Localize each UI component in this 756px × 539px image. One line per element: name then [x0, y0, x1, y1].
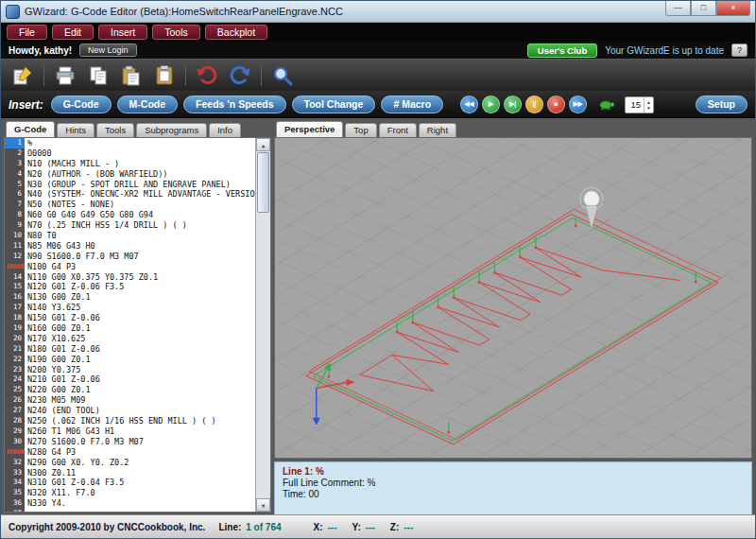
insert-button[interactable]: M-Code: [117, 96, 179, 113]
gcode-line[interactable]: 8 N60 G0 G40 G49 G50 G80 G94: [5, 210, 256, 220]
line-text: N210 G01 Z-0.06: [25, 374, 256, 385]
scroll-down-arrow[interactable]: ▼: [256, 498, 270, 512]
fast-forward-button[interactable]: ▶▶: [569, 96, 587, 113]
line-number: 8: [5, 210, 25, 220]
gcode-line[interactable]: 6 N40 (SYSTEM- ONECNC-XR2 MILL ADVANTAGE…: [5, 189, 256, 200]
line-text: N70 (.25 INCH HSS 1/4 DRILL ) ( ): [25, 220, 256, 231]
gcode-line[interactable]: 26 N230 M05 M09: [5, 395, 256, 406]
search-icon[interactable]: [270, 63, 295, 88]
speed-spinner[interactable]: 15 ▲ ▼: [625, 96, 654, 113]
gcode-line[interactable]: 4 N20 (AUTHOR - (BOB WARFIELD)): [5, 169, 256, 180]
backplot-tab[interactable]: Perspective: [276, 121, 343, 137]
gcode-line[interactable]: 15 N120 G01 Z-0.06 F3.5: [5, 282, 256, 292]
gcode-editor[interactable]: 1 % 2 O0000 3 N10 (MACH3 MILL - ) 4 N20 …: [4, 137, 271, 513]
menu-item[interactable]: Edit: [52, 25, 94, 40]
menu-item[interactable]: Tools: [152, 25, 200, 40]
backplot-tab[interactable]: Right: [419, 123, 456, 137]
editor-tab[interactable]: Tools: [96, 123, 134, 137]
speed-down-arrow[interactable]: ▼: [644, 105, 653, 111]
gcode-line[interactable]: 21 N180 G01 Z-0.06: [5, 344, 256, 355]
help-button[interactable]: ?: [731, 43, 747, 57]
editor-tab[interactable]: Hints: [57, 123, 94, 137]
gcode-line[interactable]: ERROR N100 G4 P3: [5, 262, 256, 272]
gcode-line[interactable]: 36 N330 Y4.: [5, 498, 256, 509]
line-comment-text: Full Line Comment: %: [283, 478, 744, 488]
minimize-button[interactable]: —: [665, 1, 691, 16]
new-login-button[interactable]: New Login: [79, 43, 137, 57]
print-icon[interactable]: [53, 63, 77, 88]
close-button[interactable]: ×: [716, 1, 750, 16]
undo-icon[interactable]: [195, 63, 219, 88]
gcode-line[interactable]: 11 N85 M06 G43 H0: [5, 241, 256, 252]
play-button[interactable]: ▶: [482, 96, 500, 113]
maximize-button[interactable]: □: [691, 1, 716, 16]
gcode-line[interactable]: 35 N320 X11. F7.0: [5, 488, 256, 498]
paste-icon[interactable]: [119, 63, 144, 88]
gcode-line[interactable]: 17 N140 Y3.625: [5, 303, 256, 313]
gcode-line[interactable]: 18 N150 G01 Z-0.06: [5, 313, 256, 323]
clipboard-icon[interactable]: [152, 63, 177, 88]
gcode-line[interactable]: 25 N220 G00 Z0.1: [5, 385, 256, 395]
gcode-line[interactable]: 1 %: [5, 138, 256, 148]
pause-button[interactable]: ||: [525, 96, 543, 113]
gcode-line[interactable]: ERROR N280 G4 P3: [5, 447, 256, 458]
gcode-line[interactable]: 14 N110 G00 X0.375 Y0.375 Z0.1: [5, 272, 256, 283]
gcode-line[interactable]: 10 N80 T0: [5, 231, 256, 241]
line-number: 28: [5, 416, 25, 426]
menu-item[interactable]: Backplot: [205, 25, 267, 40]
scroll-up-arrow[interactable]: ▲: [256, 138, 270, 151]
insert-button[interactable]: # Macro: [381, 96, 443, 113]
line-number: 6: [5, 189, 25, 200]
rewind-button[interactable]: ◀◀: [460, 96, 478, 113]
menu-item[interactable]: Insert: [98, 25, 147, 40]
gcode-line[interactable]: 5 N30 (GROUP - SPOT DRILL AND ENGRAVE PA…: [5, 180, 256, 190]
editor-tab[interactable]: G-Code: [6, 121, 55, 137]
gcode-line[interactable]: 24 N210 G01 Z-0.06: [5, 374, 256, 385]
line-text: N85 M06 G43 H0: [25, 241, 256, 252]
gcode-line[interactable]: 19 N160 G00 Z0.1: [5, 323, 256, 334]
redo-icon[interactable]: [228, 63, 252, 88]
gcode-line[interactable]: 22 N190 G00 Z0.1: [5, 355, 256, 365]
gcode-line[interactable]: 32 N290 G00 X0. Y0. Z0.2: [5, 458, 256, 468]
backplot-view[interactable]: [274, 137, 752, 459]
gcode-line[interactable]: 3 N10 (MACH3 MILL - ): [5, 159, 256, 169]
editor-tab[interactable]: Subprograms: [136, 123, 207, 137]
line-number: 4: [5, 169, 25, 180]
gcode-line[interactable]: 2 O0000: [5, 148, 256, 159]
edit-icon[interactable]: [10, 63, 35, 88]
gcode-line[interactable]: 37: [5, 509, 256, 512]
line-text: N100 G4 P3: [25, 262, 256, 272]
line-number: 34: [5, 478, 25, 488]
backplot-tab[interactable]: Top: [345, 123, 376, 137]
editor-tab[interactable]: Info: [209, 123, 241, 137]
users-club-button[interactable]: User's Club: [527, 43, 597, 58]
copy-icon[interactable]: [86, 63, 111, 88]
gcode-line[interactable]: 30 N270 S1600.0 F7.0 M3 M07: [5, 437, 256, 447]
editor-scrollbar[interactable]: ▲ ▼: [255, 138, 270, 512]
gcode-line[interactable]: 29 N260 T1 M06 G43 H1: [5, 426, 256, 437]
gcode-line[interactable]: 27 N240 (END TOOL): [5, 406, 256, 416]
menu-item[interactable]: File: [7, 25, 47, 40]
insert-button[interactable]: Feeds 'n Speeds: [183, 96, 285, 113]
gcode-line[interactable]: 9 N70 (.25 INCH HSS 1/4 DRILL ) ( ): [5, 220, 256, 231]
gcode-line[interactable]: 16 N130 G00 Z0.1: [5, 292, 256, 303]
line-number: 29: [5, 426, 25, 437]
backplot-tab[interactable]: Front: [379, 123, 417, 137]
gcode-line[interactable]: 34 N310 G01 Z-0.04 F3.5: [5, 478, 256, 488]
z-value: ---: [404, 522, 413, 532]
gcode-line[interactable]: 28 N250 (.062 INCH 1/16 HSS END MILL ) (…: [5, 416, 256, 426]
gcode-line[interactable]: 20 N170 X10.625: [5, 334, 256, 344]
stop-button[interactable]: ■: [547, 96, 565, 113]
line-number: 26: [5, 395, 25, 406]
gcode-line[interactable]: 12 N90 S1600.0 F7.0 M3 M07: [5, 252, 256, 262]
step-button[interactable]: ▶|: [504, 96, 522, 113]
setup-button[interactable]: Setup: [696, 96, 747, 113]
gcode-line[interactable]: 7 N50 (NOTES - NONE): [5, 200, 256, 210]
insert-button[interactable]: G-Code: [51, 96, 112, 113]
insert-button[interactable]: Tool Change: [292, 96, 376, 113]
line-number: 18: [5, 313, 25, 323]
copyright-text: Copyright 2009-2010 by CNCCookbook, Inc.: [9, 522, 205, 532]
gcode-line[interactable]: 23 N200 Y0.375: [5, 365, 256, 375]
scrollbar-thumb[interactable]: [257, 152, 269, 213]
gcode-line[interactable]: 33 N300 Z0.11: [5, 468, 256, 478]
